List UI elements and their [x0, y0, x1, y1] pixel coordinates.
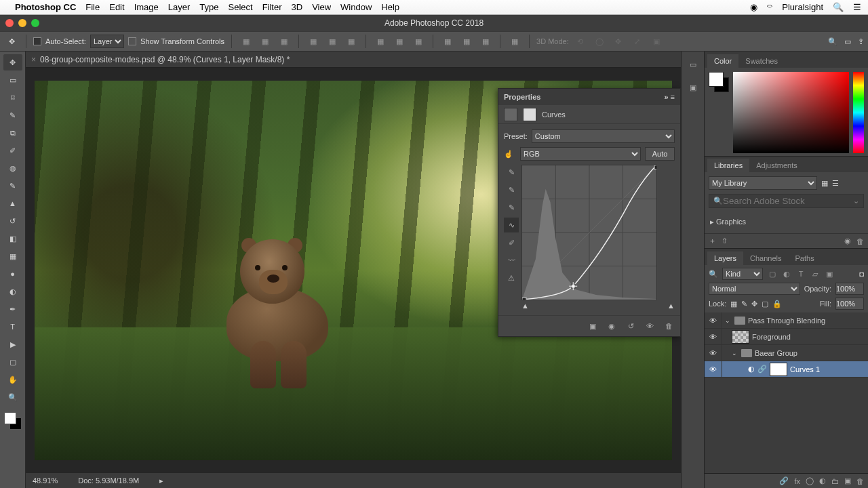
layer-row[interactable]: 👁 Foreground: [705, 329, 868, 345]
library-trash-icon[interactable]: 🗑: [856, 237, 864, 245]
history-panel-icon[interactable]: ▭: [686, 57, 701, 72]
white-point-slider[interactable]: ▲: [667, 302, 675, 310]
new-layer-icon[interactable]: ▣: [844, 476, 851, 485]
preset-select[interactable]: Custom: [532, 129, 675, 143]
move-tool[interactable]: ✥: [3, 54, 22, 70]
blend-mode-select[interactable]: Normal: [709, 283, 800, 295]
zoom-tool[interactable]: 🔍: [3, 389, 22, 405]
distribute-4-icon[interactable]: ▦: [440, 34, 455, 49]
distribute-6-icon[interactable]: ▦: [478, 34, 493, 49]
library-select[interactable]: My Library: [709, 176, 817, 190]
menu-file[interactable]: File: [85, 2, 100, 12]
tab-color[interactable]: Color: [707, 54, 738, 68]
share-icon[interactable]: ⇪: [858, 37, 864, 46]
show-transform-checkbox[interactable]: [128, 37, 136, 45]
filter-shape-icon[interactable]: ▱: [810, 270, 821, 279]
rectangle-tool[interactable]: ▢: [3, 354, 22, 370]
align-hcenter-icon[interactable]: ▦: [258, 34, 273, 49]
new-group-icon[interactable]: 🗀: [831, 477, 839, 485]
crop-tool[interactable]: ⧉: [3, 125, 22, 141]
align-vcenter-icon[interactable]: ▦: [325, 34, 340, 49]
dodge-tool[interactable]: ◐: [3, 283, 22, 300]
tab-channels[interactable]: Channels: [743, 251, 788, 265]
menu-view[interactable]: View: [312, 2, 331, 12]
filter-pixel-icon[interactable]: ▢: [767, 270, 778, 279]
menu-edit[interactable]: Edit: [109, 2, 124, 12]
align-left-icon[interactable]: ▦: [239, 34, 254, 49]
stock-search-input[interactable]: [723, 196, 853, 206]
filter-type-icon[interactable]: T: [795, 270, 806, 279]
filter-adjustment-icon[interactable]: ◐: [781, 270, 792, 279]
gradient-tool[interactable]: ▦: [3, 248, 22, 264]
add-content-icon[interactable]: ＋: [709, 236, 716, 246]
auto-align-icon[interactable]: ▦: [507, 34, 522, 49]
tab-libraries[interactable]: Libraries: [707, 159, 749, 172]
pen-tool[interactable]: ✒: [3, 301, 22, 317]
canvas-viewport[interactable]: Properties » ≡ Curves Preset: Custom ☝ R…: [26, 68, 681, 473]
curves-eyedropper-gray[interactable]: ✎: [504, 182, 519, 197]
lock-transparency-icon[interactable]: ▦: [730, 300, 737, 308]
curves-smooth-tool[interactable]: 〰: [504, 253, 519, 268]
tab-layers[interactable]: Layers: [707, 251, 743, 265]
healing-tool[interactable]: ◍: [3, 160, 22, 176]
curves-eyedropper-black[interactable]: ✎: [504, 165, 519, 180]
auto-button[interactable]: Auto: [645, 147, 675, 161]
layer-row[interactable]: 👁 ⌄Pass Through Blending: [705, 312, 868, 329]
menu-3d[interactable]: 3D: [292, 2, 303, 12]
menu-layer[interactable]: Layer: [168, 2, 191, 12]
actions-panel-icon[interactable]: ▣: [686, 80, 701, 95]
channel-select[interactable]: RGB: [520, 147, 641, 161]
panel-collapse-icon[interactable]: »: [664, 93, 668, 101]
library-grid-view-icon[interactable]: ▦: [821, 179, 828, 188]
filter-smart-icon[interactable]: ▣: [824, 270, 835, 279]
visibility-icon[interactable]: 👁: [709, 333, 717, 341]
workspace-icon[interactable]: ▭: [844, 37, 851, 46]
menu-extras-icon[interactable]: ☰: [853, 2, 861, 12]
new-adjustment-icon[interactable]: ◐: [819, 476, 826, 485]
curves-eyedropper-white[interactable]: ✎: [504, 200, 519, 215]
library-sync-icon[interactable]: ◉: [844, 237, 851, 245]
lock-all-icon[interactable]: 🔒: [772, 300, 782, 308]
path-select-tool[interactable]: ▶: [3, 336, 22, 352]
blur-tool[interactable]: ●: [3, 266, 22, 282]
distribute-5-icon[interactable]: ▦: [459, 34, 474, 49]
window-maximize-button[interactable]: [31, 19, 39, 27]
curves-graph[interactable]: [521, 165, 657, 300]
window-close-button[interactable]: [5, 19, 14, 27]
hue-strip[interactable]: [853, 72, 864, 153]
cloud-icon[interactable]: ◉: [750, 2, 757, 12]
targeted-adjustment-icon[interactable]: ☝: [504, 150, 516, 159]
eyedropper-tool[interactable]: ✐: [3, 142, 22, 159]
auto-select-target[interactable]: Layer: [90, 35, 124, 48]
layer-row[interactable]: 👁 ⌄Baear Group: [705, 345, 868, 361]
tab-close-icon[interactable]: ×: [31, 55, 36, 64]
panel-menu-icon[interactable]: ≡: [671, 93, 675, 101]
doc-size-status[interactable]: Doc: 5.93M/18.9M: [78, 476, 139, 485]
fill-input[interactable]: [835, 298, 864, 310]
align-top-icon[interactable]: ▦: [306, 34, 321, 49]
black-point-slider[interactable]: ▲: [521, 302, 529, 310]
menu-select[interactable]: Select: [228, 2, 252, 12]
tab-swatches[interactable]: Swatches: [738, 54, 785, 68]
visibility-icon[interactable]: 👁: [709, 365, 717, 373]
menu-type[interactable]: Type: [199, 2, 218, 12]
upload-icon[interactable]: ⇧: [722, 237, 728, 245]
menu-filter[interactable]: Filter: [262, 2, 282, 12]
zoom-status[interactable]: 48.91%: [33, 476, 58, 485]
align-bottom-icon[interactable]: ▦: [344, 34, 359, 49]
color-fgbg-swatch[interactable]: [709, 72, 729, 92]
preview-icon[interactable]: 👁: [644, 320, 656, 332]
foreground-background-swatch[interactable]: [4, 412, 22, 430]
add-mask-icon[interactable]: ◯: [806, 476, 814, 485]
clone-tool[interactable]: ▲: [3, 195, 22, 211]
type-tool[interactable]: T: [3, 319, 22, 335]
wifi-icon[interactable]: ⌔: [767, 2, 772, 12]
distribute-2-icon[interactable]: ▦: [392, 34, 407, 49]
opacity-input[interactable]: [835, 283, 864, 295]
lock-pixels-icon[interactable]: ✎: [741, 300, 747, 308]
tab-paths[interactable]: Paths: [789, 251, 821, 265]
layer-style-icon[interactable]: fx: [794, 477, 800, 485]
visibility-icon[interactable]: 👁: [709, 317, 717, 325]
align-right-icon[interactable]: ▦: [277, 34, 292, 49]
eraser-tool[interactable]: ◧: [3, 230, 22, 247]
